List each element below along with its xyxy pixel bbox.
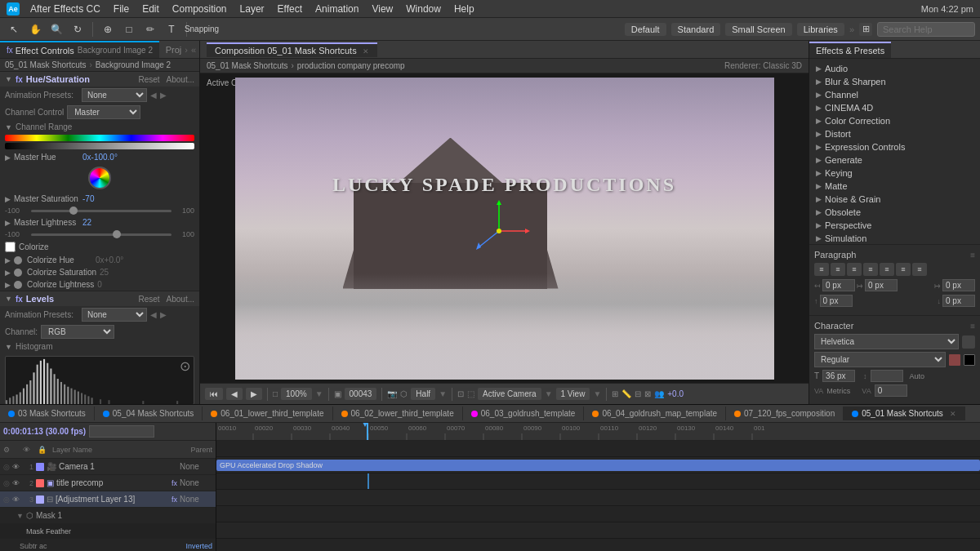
- rotation-tool[interactable]: ↻: [69, 20, 87, 38]
- master-light-thumb[interactable]: [113, 230, 121, 238]
- indent-left-input[interactable]: [822, 279, 855, 291]
- paragraph-menu[interactable]: ≡: [970, 251, 975, 260]
- timeline-tab-6[interactable]: 07_120_fps_composition: [726, 407, 844, 420]
- timeline-tab-2[interactable]: 06_01_lower_third_template: [203, 407, 332, 420]
- anchor-point-tool[interactable]: ⊕: [99, 20, 117, 38]
- hs-preset-select[interactable]: None: [82, 88, 147, 102]
- master-hue-value[interactable]: 0x-100.0°: [82, 153, 118, 162]
- character-menu[interactable]: ≡: [970, 322, 975, 331]
- layer-row-1[interactable]: ◎ 👁 1 🎥 Camera 1 None: [0, 459, 216, 475]
- timeline-search-input[interactable]: [89, 425, 154, 438]
- effect-matte[interactable]: ▶ Matte: [809, 180, 980, 193]
- menu-view[interactable]: View: [366, 2, 399, 16]
- hs-channel-range-header[interactable]: ▼ Channel Range: [0, 121, 199, 133]
- effect-generate[interactable]: ▶ Generate: [809, 153, 980, 167]
- timeline-tab-close[interactable]: ✕: [950, 410, 956, 418]
- layer-row-3[interactable]: ◎ 👁 3 ⊟ [Adjustment Layer 13] fx None: [0, 491, 216, 508]
- leading-input[interactable]: [871, 370, 903, 382]
- timeline-tab-1[interactable]: 05_04 Mask Shortcuts: [95, 407, 203, 420]
- zoom-tool[interactable]: 🔍: [47, 20, 65, 38]
- workspace-small-screen[interactable]: Small Screen: [725, 23, 791, 36]
- master-hue-triangle[interactable]: ▶: [5, 153, 11, 162]
- tab-effect-controls[interactable]: fx Effect Controls Background Image 2: [0, 41, 159, 58]
- text-color-swatch[interactable]: [949, 354, 960, 366]
- current-time-display[interactable]: 0:00:01:13 (30.00 fps): [3, 427, 86, 436]
- levels-preset-select[interactable]: None: [82, 308, 147, 322]
- style-select[interactable]: Regular: [814, 352, 946, 367]
- effect-perspective[interactable]: ▶ Perspective: [809, 219, 980, 232]
- frame-display[interactable]: 00043: [345, 388, 377, 400]
- snapping-toggle[interactable]: Snapping: [193, 20, 211, 38]
- panel-expand-btn[interactable]: «: [191, 45, 196, 55]
- resolution-btn[interactable]: Half: [411, 388, 435, 400]
- selection-tool[interactable]: ↖: [5, 20, 23, 38]
- text-tool[interactable]: T: [163, 20, 180, 38]
- menu-layer[interactable]: Layer: [234, 2, 270, 16]
- effect-audio[interactable]: ▶ Audio: [809, 62, 980, 75]
- zoom-select[interactable]: 100%: [281, 388, 312, 400]
- menu-composition[interactable]: Composition: [167, 2, 233, 16]
- layout-options[interactable]: ⊞: [859, 23, 872, 36]
- levels-preset-next[interactable]: ▶: [160, 310, 167, 319]
- views-dropdown[interactable]: ▼: [593, 389, 601, 398]
- effect-obsolete[interactable]: ▶ Obsolete: [809, 206, 980, 219]
- align-right-btn[interactable]: ≡: [847, 263, 862, 276]
- effect-noise-grain[interactable]: ▶ Noise & Grain: [809, 193, 980, 206]
- layer-parent-2[interactable]: None: [180, 478, 212, 487]
- font-size-input[interactable]: [822, 370, 855, 382]
- colorize-checkbox[interactable]: [5, 242, 16, 252]
- align-justify-center-btn[interactable]: ≡: [880, 263, 894, 276]
- tracking-input[interactable]: [875, 384, 907, 397]
- align-justify-left-btn[interactable]: ≡: [863, 263, 878, 276]
- font-options-btn[interactable]: [962, 335, 975, 349]
- layer-eye-1[interactable]: 👁: [12, 463, 20, 471]
- workspace-default[interactable]: Default: [625, 23, 666, 36]
- hs-channel-select[interactable]: Master: [67, 105, 140, 119]
- align-center-btn[interactable]: ≡: [831, 263, 845, 276]
- master-sat-value[interactable]: -70: [82, 194, 94, 203]
- effect-keying[interactable]: ▶ Keying: [809, 167, 980, 180]
- align-justify-right-btn[interactable]: ≡: [896, 263, 911, 276]
- layer-mask-1[interactable]: ▼ ⬡ Mask 1: [0, 508, 216, 524]
- levels-histogram-header[interactable]: ▼ Histogram: [0, 340, 199, 353]
- timeline-tab-7[interactable]: 05_01 Mask Shortcuts ✕: [844, 407, 965, 420]
- levels-channel-select[interactable]: RGB: [41, 325, 114, 339]
- master-light-triangle[interactable]: ▶: [5, 219, 11, 227]
- view-dropdown[interactable]: ▼: [545, 389, 553, 398]
- layer-row-2[interactable]: ◎ 👁 2 ▣ title precomp fx None: [0, 475, 216, 491]
- col-light-tri[interactable]: ▶: [5, 281, 11, 289]
- play-btn[interactable]: ▶: [246, 388, 262, 400]
- menu-animation[interactable]: Animation: [310, 2, 364, 16]
- workspace-standard[interactable]: Standard: [671, 23, 721, 36]
- timeline-tab-0[interactable]: 03 Mask Shortcuts: [0, 407, 95, 420]
- layer-eye-2[interactable]: 👁: [12, 479, 20, 487]
- layer-fx-3[interactable]: fx: [172, 495, 177, 504]
- pen-tool[interactable]: ✏: [141, 20, 159, 38]
- breadcrumb-comp[interactable]: 05_01 Mask Shortcuts: [207, 61, 288, 70]
- playback-start-btn[interactable]: ⏮: [205, 388, 223, 400]
- space-after-input[interactable]: [942, 295, 975, 307]
- viewer-tab-close[interactable]: ✕: [363, 47, 369, 56]
- indent-right-input[interactable]: [942, 279, 975, 291]
- layer-solo-3[interactable]: ◎: [3, 495, 10, 504]
- levels-preset-prev[interactable]: ◀: [150, 310, 157, 319]
- menu-aftereffects[interactable]: After Effects CC: [24, 2, 106, 16]
- hue-wheel[interactable]: [88, 167, 111, 189]
- breadcrumb-precomp[interactable]: production company precomp: [297, 61, 405, 70]
- layer-solo-1[interactable]: ◎: [3, 463, 10, 471]
- layer-solo-2[interactable]: ◎: [3, 479, 10, 487]
- view-mode-btn[interactable]: Active Camera: [478, 388, 541, 400]
- playback-prev-btn[interactable]: ◀: [226, 388, 243, 400]
- effect-distort[interactable]: ▶ Distort: [809, 127, 980, 140]
- effect-blur-sharpen[interactable]: ▶ Blur & Sharpen: [809, 75, 980, 88]
- res-dropdown[interactable]: ▼: [439, 389, 447, 398]
- align-left-btn[interactable]: ≡: [814, 263, 829, 276]
- master-light-value[interactable]: 22: [82, 218, 91, 227]
- panel-menu-btn[interactable]: Proj: [166, 45, 182, 55]
- effect-simulation[interactable]: ▶ Simulation: [809, 232, 980, 244]
- timeline-tab-4[interactable]: 06_03_goldrush_template: [463, 407, 585, 420]
- workspace-libraries[interactable]: Libraries: [797, 23, 844, 36]
- levels-about-btn[interactable]: About...: [167, 295, 194, 304]
- master-light-track[interactable]: [31, 233, 172, 236]
- indent-first-input[interactable]: [865, 279, 898, 291]
